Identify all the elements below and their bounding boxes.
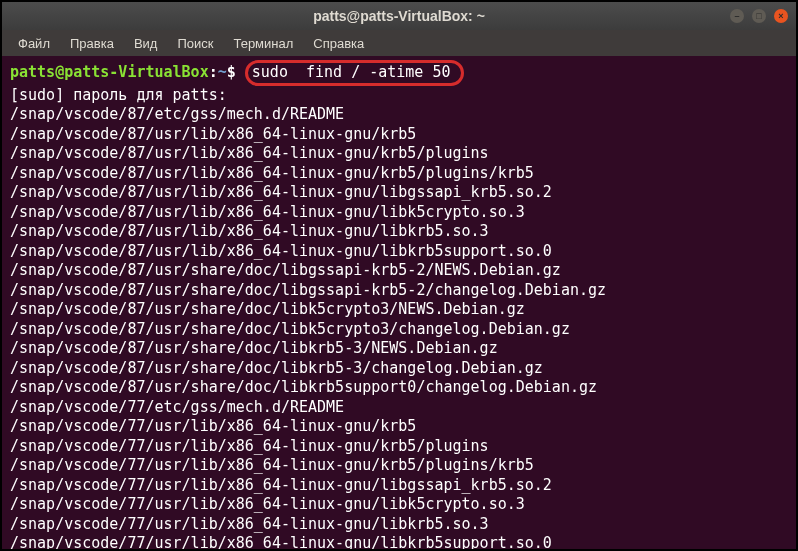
output-line: /snap/vscode/87/usr/share/doc/libk5crypt… — [10, 300, 525, 318]
menu-view[interactable]: Вид — [126, 34, 166, 53]
prompt-dollar: $ — [227, 63, 236, 81]
output-line: /snap/vscode/87/usr/share/doc/libgssapi-… — [10, 281, 606, 299]
output-line: /snap/vscode/87/etc/gss/mech.d/README — [10, 105, 344, 123]
menubar: Файл Правка Вид Поиск Терминал Справка — [2, 30, 796, 56]
output-line: /snap/vscode/77/usr/lib/x86_64-linux-gnu… — [10, 515, 489, 533]
output-line: /snap/vscode/77/usr/lib/x86_64-linux-gnu… — [10, 534, 552, 549]
output-line: /snap/vscode/87/usr/share/doc/libgssapi-… — [10, 261, 561, 279]
menu-edit[interactable]: Правка — [62, 34, 122, 53]
menu-search[interactable]: Поиск — [169, 34, 221, 53]
prompt-user-host: patts@patts-VirtualBox — [10, 63, 209, 81]
minimize-button[interactable]: – — [730, 9, 744, 23]
window-controls: – □ × — [730, 9, 788, 23]
maximize-button[interactable]: □ — [752, 9, 766, 23]
prompt-path: ~ — [218, 63, 227, 81]
titlebar: patts@patts-VirtualBox: ~ – □ × — [2, 2, 796, 30]
output-line: /snap/vscode/87/usr/share/doc/libk5crypt… — [10, 320, 570, 338]
menu-help[interactable]: Справка — [305, 34, 372, 53]
output-line: /snap/vscode/87/usr/lib/x86_64-linux-gnu… — [10, 242, 552, 260]
menu-file[interactable]: Файл — [10, 34, 58, 53]
highlighted-command: sudo find / -atime 50 — [245, 60, 464, 86]
output-line: /snap/vscode/77/usr/lib/x86_64-linux-gnu… — [10, 417, 416, 435]
output-line: /snap/vscode/77/usr/lib/x86_64-linux-gnu… — [10, 437, 489, 455]
output-line: /snap/vscode/87/usr/lib/x86_64-linux-gnu… — [10, 203, 525, 221]
output-line: /snap/vscode/87/usr/lib/x86_64-linux-gnu… — [10, 183, 552, 201]
output-line: /snap/vscode/87/usr/share/doc/libkrb5-3/… — [10, 339, 498, 357]
menu-terminal[interactable]: Терминал — [225, 34, 301, 53]
output-line: /snap/vscode/87/usr/lib/x86_64-linux-gnu… — [10, 164, 534, 182]
output-line: /snap/vscode/77/usr/lib/x86_64-linux-gnu… — [10, 456, 534, 474]
output-line: /snap/vscode/77/usr/lib/x86_64-linux-gnu… — [10, 476, 552, 494]
output-line: /snap/vscode/77/usr/lib/x86_64-linux-gnu… — [10, 495, 525, 513]
window-title: patts@patts-VirtualBox: ~ — [313, 8, 485, 24]
terminal-area[interactable]: patts@patts-VirtualBox:~$ sudo find / -a… — [2, 56, 796, 549]
prompt-colon: : — [209, 63, 218, 81]
output-line: /snap/vscode/87/usr/lib/x86_64-linux-gnu… — [10, 144, 489, 162]
output-line: [sudo] пароль для patts: — [10, 86, 227, 104]
output-line: /snap/vscode/87/usr/lib/x86_64-linux-gnu… — [10, 125, 416, 143]
command-text: sudo find / -atime 50 — [252, 63, 451, 81]
close-button[interactable]: × — [774, 9, 788, 23]
output-line: /snap/vscode/77/etc/gss/mech.d/README — [10, 398, 344, 416]
output-line: /snap/vscode/87/usr/share/doc/libkrb5-3/… — [10, 359, 543, 377]
output-line: /snap/vscode/87/usr/share/doc/libkrb5sup… — [10, 378, 597, 396]
terminal-window: patts@patts-VirtualBox: ~ – □ × Файл Пра… — [2, 2, 796, 549]
output-line: /snap/vscode/87/usr/lib/x86_64-linux-gnu… — [10, 222, 489, 240]
